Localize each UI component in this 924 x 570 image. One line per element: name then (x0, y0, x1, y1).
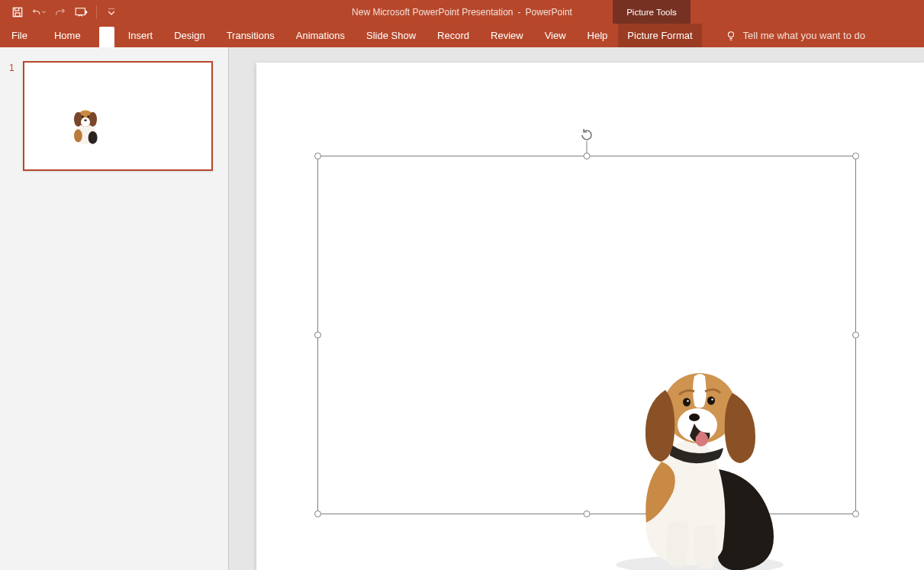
svg-point-13 (84, 119, 87, 121)
svg-point-21 (689, 414, 700, 421)
tab-animations[interactable]: Animations (285, 24, 356, 47)
tab-home[interactable]: Home (39, 24, 96, 47)
save-icon[interactable] (11, 5, 24, 19)
document-name: New Microsoft PowerPoint Presentation (352, 7, 513, 18)
tab-slide-show[interactable]: Slide Show (356, 24, 427, 47)
resize-handle-top-left[interactable] (314, 153, 321, 159)
title-bar: New Microsoft PowerPoint Presentation - … (0, 0, 924, 24)
svg-point-3 (728, 31, 733, 37)
quick-access-toolbar (0, 5, 118, 19)
resize-handle-top-right[interactable] (852, 153, 859, 159)
svg-rect-1 (15, 12, 20, 15)
svg-point-9 (89, 112, 97, 127)
tab-highlighted[interactable] (99, 27, 114, 47)
tab-insert[interactable]: Insert (118, 24, 164, 47)
title-separator: - (517, 7, 523, 18)
customize-qat-icon[interactable] (105, 5, 118, 19)
tab-review[interactable]: Review (480, 24, 534, 47)
slide-1[interactable] (256, 63, 924, 570)
lightbulb-icon (725, 30, 737, 42)
present-from-start-icon[interactable] (75, 5, 89, 19)
work-area: 1 (0, 47, 924, 570)
tab-help[interactable]: Help (577, 24, 619, 47)
svg-rect-2 (76, 8, 85, 14)
resize-handle-top[interactable] (584, 153, 591, 159)
svg-point-11 (82, 115, 84, 118)
svg-point-5 (74, 130, 82, 143)
slide-canvas-area[interactable] (229, 47, 924, 570)
redo-icon[interactable] (53, 5, 67, 19)
svg-point-18 (707, 397, 715, 405)
undo-icon[interactable] (32, 5, 46, 19)
resize-handle-bottom[interactable] (584, 510, 591, 517)
selected-picture-bounding-box[interactable] (317, 156, 856, 514)
resize-handle-bottom-left[interactable] (314, 510, 321, 517)
svg-point-12 (87, 115, 89, 118)
tell-me-search[interactable]: Tell me what you want to do (714, 24, 865, 47)
ribbon-tabs: File Home Insert Design Transitions Anim… (0, 24, 924, 47)
tell-me-label: Tell me what you want to do (743, 30, 865, 41)
svg-point-17 (683, 398, 691, 407)
contextual-tab-picture-tools[interactable]: Picture Tools (613, 0, 691, 24)
resize-handle-bottom-right[interactable] (852, 510, 859, 517)
tab-transitions[interactable]: Transitions (216, 24, 285, 47)
qat-separator (96, 5, 97, 19)
svg-point-6 (89, 131, 98, 144)
window-title: New Microsoft PowerPoint Presentation - … (352, 7, 572, 18)
tab-record[interactable]: Record (427, 24, 480, 47)
slide-thumbnail-1[interactable] (23, 61, 213, 171)
svg-point-19 (687, 400, 688, 401)
slide-thumbnail-pane[interactable]: 1 (0, 47, 229, 570)
svg-point-20 (711, 398, 713, 400)
resize-handle-right[interactable] (852, 332, 859, 339)
tab-view[interactable]: View (534, 24, 577, 47)
tab-picture-format[interactable]: Picture Format (618, 24, 701, 47)
rotate-handle-icon[interactable] (579, 127, 594, 143)
app-name: PowerPoint (526, 7, 572, 18)
resize-handle-left[interactable] (314, 332, 321, 339)
tab-file[interactable]: File (0, 24, 39, 47)
svg-point-8 (74, 112, 82, 127)
thumbnail-dog-image (63, 99, 108, 145)
ribbon-spacer (702, 24, 714, 47)
dog-image[interactable] (597, 355, 795, 570)
slide-number-1: 1 (9, 63, 14, 73)
tab-design[interactable]: Design (163, 24, 215, 47)
context-tab-label: Picture Tools (626, 8, 677, 17)
svg-point-10 (81, 118, 90, 127)
